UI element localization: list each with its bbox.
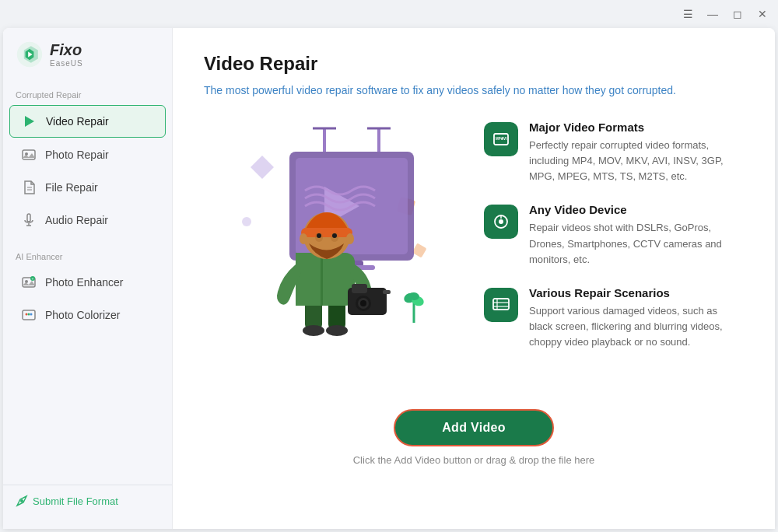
minimize-icon[interactable]: — bbox=[706, 8, 719, 20]
feature-major-formats-desc: Perfectly repair corrupted video formats… bbox=[529, 138, 744, 184]
svg-point-15 bbox=[28, 313, 30, 316]
sidebar-item-video-repair[interactable]: Video Repair bbox=[9, 105, 166, 138]
sidebar-item-file-repair[interactable]: File Repair bbox=[9, 172, 166, 203]
svg-point-17 bbox=[20, 499, 23, 502]
photo-repair-icon bbox=[20, 146, 37, 163]
svg-point-49 bbox=[332, 233, 337, 238]
logo-area: Fixo EaseUS bbox=[3, 40, 172, 84]
feature-major-formats: MP4 AVI Major Video Formats Perfectly re… bbox=[484, 121, 744, 184]
close-icon[interactable]: ✕ bbox=[756, 8, 769, 20]
feature-any-device-title: Any Video Device bbox=[529, 203, 744, 216]
sidebar-item-photo-enhancer-label: Photo Enhancer bbox=[45, 276, 123, 289]
ai-enhancer-label: AI Enhancer bbox=[3, 246, 172, 266]
svg-rect-2 bbox=[23, 150, 35, 159]
submit-icon bbox=[16, 495, 28, 507]
audio-repair-icon bbox=[20, 212, 37, 229]
svg-point-34 bbox=[326, 325, 348, 336]
main-content: Video Repair The most powerful video rep… bbox=[173, 28, 775, 529]
feature-any-device-text: Any Video Device Repair videos shot with… bbox=[529, 203, 744, 267]
svg-rect-20 bbox=[412, 243, 426, 257]
sidebar-item-photo-enhancer[interactable]: + Photo Enhancer bbox=[9, 267, 166, 298]
svg-point-33 bbox=[303, 325, 324, 336]
major-formats-icon-wrap: MP4 AVI bbox=[484, 122, 518, 156]
svg-point-50 bbox=[300, 233, 307, 244]
any-device-icon-wrap bbox=[484, 205, 518, 239]
svg-rect-39 bbox=[352, 284, 367, 293]
page-subtitle: The most powerful video repair software … bbox=[204, 82, 744, 99]
svg-marker-18 bbox=[251, 156, 274, 179]
svg-rect-45 bbox=[301, 228, 352, 237]
video-repair-icon bbox=[21, 113, 38, 130]
svg-point-48 bbox=[317, 233, 321, 238]
feature-repair-scenarios-title: Various Repair Scenarios bbox=[529, 286, 744, 299]
svg-rect-36 bbox=[296, 253, 323, 306]
sidebar-item-photo-repair[interactable]: Photo Repair bbox=[9, 139, 166, 170]
sidebar-item-photo-repair-label: Photo Repair bbox=[45, 149, 109, 161]
svg-text:+: + bbox=[32, 276, 34, 281]
svg-text:AVI: AVI bbox=[501, 137, 506, 141]
svg-marker-1 bbox=[25, 116, 34, 127]
app-container: Fixo EaseUS Corrupted Repair Video Repai… bbox=[3, 28, 775, 529]
submit-file-format-label: Submit File Format bbox=[33, 495, 118, 507]
sidebar: Fixo EaseUS Corrupted Repair Video Repai… bbox=[3, 28, 173, 529]
add-video-button[interactable]: Add Video bbox=[394, 409, 554, 446]
content-body: MP4 AVI Major Video Formats Perfectly re… bbox=[204, 121, 744, 369]
logo-text: Fixo EaseUS bbox=[50, 41, 83, 68]
feature-major-formats-text: Major Video Formats Perfectly repair cor… bbox=[529, 121, 744, 184]
features-area: MP4 AVI Major Video Formats Perfectly re… bbox=[484, 121, 744, 369]
app-logo-icon bbox=[16, 40, 44, 68]
feature-major-formats-title: Major Video Formats bbox=[529, 121, 744, 134]
svg-point-51 bbox=[346, 233, 354, 244]
feature-repair-scenarios-text: Various Repair Scenarios Support various… bbox=[529, 286, 744, 350]
sidebar-item-audio-repair-label: Audio Repair bbox=[45, 214, 108, 226]
repair-scenarios-icon bbox=[492, 296, 510, 314]
feature-any-device: Any Video Device Repair videos shot with… bbox=[484, 203, 744, 267]
feature-repair-scenarios: Various Repair Scenarios Support various… bbox=[484, 286, 744, 350]
svg-rect-43 bbox=[383, 290, 391, 294]
svg-rect-62 bbox=[493, 299, 509, 310]
sidebar-item-video-repair-label: Video Repair bbox=[46, 115, 109, 128]
photo-colorizer-icon bbox=[20, 306, 37, 324]
svg-point-16 bbox=[30, 313, 33, 316]
svg-point-14 bbox=[26, 313, 28, 316]
photo-enhancer-icon: + bbox=[20, 274, 37, 291]
sidebar-item-file-repair-label: File Repair bbox=[45, 181, 98, 194]
any-device-icon bbox=[492, 212, 510, 231]
logo-sub: EaseUS bbox=[50, 59, 83, 68]
sidebar-item-audio-repair[interactable]: Audio Repair bbox=[9, 205, 166, 236]
svg-point-60 bbox=[499, 219, 503, 224]
cta-hint: Click the Add Video button or drag & dro… bbox=[353, 454, 595, 466]
svg-point-21 bbox=[242, 217, 251, 226]
svg-point-3 bbox=[25, 152, 28, 156]
page-title: Video Repair bbox=[204, 53, 744, 75]
corrupted-repair-label: Corrupted Repair bbox=[3, 84, 172, 104]
feature-any-device-desc: Repair videos shot with DSLRs, GoPros, D… bbox=[529, 220, 744, 267]
sidebar-footer: Submit File Format bbox=[3, 485, 172, 516]
svg-rect-37 bbox=[321, 253, 323, 306]
file-repair-icon bbox=[20, 179, 37, 196]
sidebar-item-photo-colorizer-label: Photo Colorizer bbox=[45, 309, 121, 321]
maximize-icon[interactable]: ◻ bbox=[731, 8, 744, 20]
svg-point-10 bbox=[25, 280, 28, 283]
cta-area: Add Video Click the Add Video button or … bbox=[204, 394, 744, 466]
logo-name: Fixo bbox=[50, 41, 83, 59]
video-repair-illustration bbox=[212, 121, 445, 338]
feature-repair-scenarios-desc: Support various damaged videos, such as … bbox=[529, 303, 744, 350]
repair-scenarios-icon-wrap bbox=[484, 288, 518, 322]
illustration-area bbox=[204, 121, 453, 338]
svg-rect-6 bbox=[27, 214, 30, 222]
sidebar-item-photo-colorizer[interactable]: Photo Colorizer bbox=[9, 299, 166, 331]
svg-point-42 bbox=[360, 300, 366, 306]
titlebar: ☰ — ◻ ✕ bbox=[0, 0, 778, 28]
major-formats-icon: MP4 AVI bbox=[492, 130, 510, 149]
menu-icon[interactable]: ☰ bbox=[682, 8, 694, 20]
submit-file-format-link[interactable]: Submit File Format bbox=[16, 495, 159, 507]
